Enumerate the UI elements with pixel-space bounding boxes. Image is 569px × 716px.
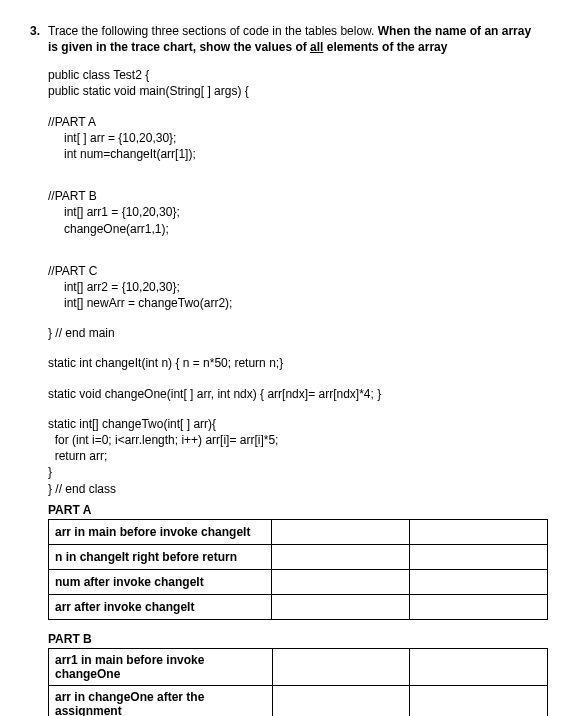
row-label: arr after invoke changeIt: [49, 594, 272, 619]
table-row: num after invoke changeIt: [49, 569, 548, 594]
row-value[interactable]: [271, 569, 409, 594]
code-line: int[ ] arr = {10,20,30};: [48, 130, 539, 146]
table-row: arr1 in main before invoke changeOne: [49, 648, 548, 685]
question-header: 3. Trace the following three sections of…: [30, 24, 539, 55]
code-line: } // end class: [48, 481, 539, 497]
prompt-part-d: elements of the array: [323, 40, 447, 54]
code-line: static void changeOne(int[ ] arr, int nd…: [48, 386, 539, 402]
part-b-table: arr1 in main before invoke changeOne arr…: [48, 648, 548, 716]
code-line: for (int i=0; i<arr.length; i++) arr[i]=…: [48, 432, 539, 448]
row-label: num after invoke changeIt: [49, 569, 272, 594]
code-line: int[] newArr = changeTwo(arr2);: [48, 295, 539, 311]
code-line: static int[] changeTwo(int[ ] arr){: [48, 416, 539, 432]
code-line: public class Test2 {: [48, 67, 539, 83]
row-value[interactable]: [409, 519, 547, 544]
code-line: int[] arr1 = {10,20,30};: [48, 204, 539, 220]
row-label: n in changeIt right before return: [49, 544, 272, 569]
row-label: arr1 in main before invoke changeOne: [49, 648, 273, 685]
row-label: arr in changeOne after the assignment: [49, 685, 273, 716]
row-value[interactable]: [272, 648, 410, 685]
part-b-label: PART B: [48, 632, 539, 646]
row-value[interactable]: [410, 648, 548, 685]
code-line: public static void main(String[ ] args) …: [48, 83, 539, 99]
table-row: arr in changeOne after the assignment: [49, 685, 548, 716]
row-value[interactable]: [272, 685, 410, 716]
row-value[interactable]: [271, 594, 409, 619]
code-line: return arr;: [48, 448, 539, 464]
question-number: 3.: [30, 24, 48, 55]
table-row: arr in main before invoke changeIt: [49, 519, 548, 544]
code-line: //PART A: [48, 114, 539, 130]
part-a-label: PART A: [48, 503, 539, 517]
question-text: Trace the following three sections of co…: [48, 24, 539, 55]
code-line: }: [48, 464, 539, 480]
prompt-part-c: all: [310, 40, 323, 54]
code-line: //PART C: [48, 263, 539, 279]
table-row: arr after invoke changeIt: [49, 594, 548, 619]
code-line: int num=changeIt(arr[1]);: [48, 146, 539, 162]
table-row: n in changeIt right before return: [49, 544, 548, 569]
code-line: } // end main: [48, 325, 539, 341]
code-line: int[] arr2 = {10,20,30};: [48, 279, 539, 295]
prompt-part-a: Trace the following three sections of co…: [48, 24, 378, 38]
row-value[interactable]: [410, 685, 548, 716]
code-line: changeOne(arr1,1);: [48, 221, 539, 237]
row-value[interactable]: [409, 569, 547, 594]
row-value[interactable]: [409, 594, 547, 619]
row-label: arr in main before invoke changeIt: [49, 519, 272, 544]
code-block: public class Test2 { public static void …: [48, 67, 539, 497]
code-line: //PART B: [48, 188, 539, 204]
row-value[interactable]: [271, 519, 409, 544]
code-line: static int changeIt(int n) { n = n*50; r…: [48, 355, 539, 371]
part-a-table: arr in main before invoke changeIt n in …: [48, 519, 548, 620]
row-value[interactable]: [271, 544, 409, 569]
row-value[interactable]: [409, 544, 547, 569]
